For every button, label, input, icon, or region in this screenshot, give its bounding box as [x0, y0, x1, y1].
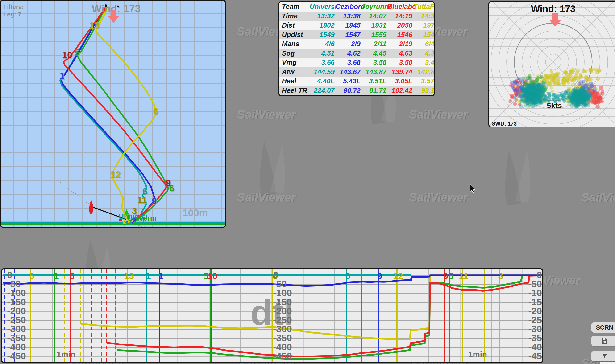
track-time-label: 9: [152, 196, 157, 206]
stat-value: 2/19: [387, 40, 413, 48]
stat-value: 1931: [361, 21, 387, 29]
stat-value: 14:07: [361, 12, 387, 20]
stat-value: 1945: [336, 21, 361, 29]
stat-value: 2050: [387, 21, 413, 29]
left-axis-tick: -450: [7, 351, 26, 361]
right-axis-tick: -45: [528, 351, 542, 361]
track-time-label: 6: [169, 183, 174, 193]
stat-value: 1973: [413, 21, 435, 29]
stat-value: 1555: [361, 31, 387, 39]
event-label: 5: [69, 271, 74, 281]
row-label: Heel: [279, 77, 310, 85]
boat-name-label: Univerın: [127, 214, 157, 222]
stat-value: 3.57L: [413, 77, 435, 85]
row-label: Heel TR: [279, 87, 310, 94]
finish-line: [1, 224, 226, 225]
minute-scale-label: 1min: [57, 350, 75, 359]
partial-button[interactable]: [600, 362, 615, 364]
speed-ring-label: 5kts: [547, 101, 562, 110]
team-name: TuttaFor: [413, 3, 435, 11]
stat-value: 2/9: [336, 40, 361, 48]
table-row: Updist15491547155515461540: [279, 30, 434, 39]
event-label: 6: [345, 271, 350, 281]
race-map-panel[interactable]: 13135510101166121299666611119933Universi…: [0, 0, 226, 228]
team-name: Universi: [310, 3, 336, 11]
event-label: 3: [498, 271, 503, 281]
stat-value: 4.39: [413, 50, 435, 57]
dtl-chart-canvas: dtl0-50-100-150-200-250-300-350-400-4500…: [2, 269, 543, 363]
stat-value: 6/42: [413, 40, 435, 48]
table-row: Heel TR224.0790.7281.71102.4293.17: [279, 86, 434, 95]
stat-value: 13:38: [336, 12, 361, 20]
event-label: 12: [393, 271, 403, 281]
event-label: 1: [158, 271, 163, 281]
event-label: 5: [29, 271, 34, 281]
event-label: 11: [459, 271, 468, 281]
stat-value: 3.58: [361, 59, 387, 66]
wind-polar-panel[interactable]: 5ktsWind: 173SWD: 173: [488, 1, 615, 128]
stat-value: 1549: [310, 31, 336, 39]
map-scale-label: 100m: [182, 207, 208, 218]
stat-value: 14:35: [413, 12, 435, 20]
stat-value: 4.45: [361, 50, 387, 57]
finish-line: [1, 222, 226, 224]
stat-value: 14:19: [387, 12, 413, 20]
row-label: Mans: [279, 40, 310, 48]
row-label: Dist: [279, 21, 310, 29]
row-label: Sog: [279, 50, 310, 57]
stat-value: 4.62: [336, 50, 361, 57]
track-time-label: 12: [110, 170, 121, 180]
stat-value: 90.72: [336, 87, 361, 94]
stat-value: 1540: [413, 31, 435, 39]
stat-value: 142.80: [413, 68, 435, 76]
stat-value: 3.51L: [361, 77, 387, 85]
stat-value: 4.51: [310, 50, 336, 57]
track-time-label: 11: [137, 195, 147, 205]
event-label: 1: [54, 271, 59, 281]
stat-value: 102.42: [387, 87, 413, 94]
track-time-label: 13: [89, 21, 99, 30]
filters-label: Filters:: [3, 3, 24, 10]
dtl-series-tuttafor: [81, 275, 543, 339]
row-label: Vmg: [279, 59, 310, 66]
stat-value: 4/6: [310, 40, 336, 48]
screenshot-button[interactable]: SCRN: [591, 322, 615, 333]
stat-value: 5.43L: [336, 77, 361, 85]
event-label: 1: [146, 271, 151, 281]
filter-button[interactable]: [591, 351, 615, 361]
stat-value: 13:32: [310, 12, 336, 20]
race-map-canvas[interactable]: 13135510101166121299666611119933Universi…: [1, 1, 226, 228]
leg-label: Leg: 7: [3, 11, 21, 18]
event-label: 13: [124, 271, 134, 281]
swd-label: SWD: 173: [492, 121, 517, 127]
finish-line: [1, 221, 226, 222]
minute-scale-label: 1min: [468, 350, 487, 359]
track-time-label: 1: [59, 71, 64, 81]
stat-value: 143.87: [361, 68, 387, 76]
laylines-dotted: [58, 181, 90, 205]
boat-track-cezibord: [61, 7, 154, 223]
table-row: Vmg3.663.683.583.503.42: [279, 58, 434, 67]
table-row: Dist19021945193120501973: [279, 21, 434, 30]
table-header-label: Team: [279, 3, 310, 11]
row-label: Time: [279, 12, 310, 20]
stat-value: 1547: [336, 31, 361, 39]
track-time-label: 10: [62, 50, 72, 60]
stat-value: 3.42: [413, 59, 435, 66]
stat-value: 144.59: [310, 68, 336, 76]
stat-value: 81.71: [361, 87, 387, 94]
table-row: Mans4/62/92/112/196/42: [279, 39, 434, 49]
save-icon: [601, 337, 609, 345]
committee-boat-icon[interactable]: [89, 200, 93, 214]
table-row: Time13:3213:3814:0714:1914:35: [279, 12, 434, 21]
map-wind-label: Wind: 173: [92, 3, 140, 14]
table-header-row: TeamUniversiCezibordJoyrunneBluelabeTutt…: [279, 2, 434, 12]
filter-icon: [601, 352, 608, 360]
save-button[interactable]: [591, 336, 615, 346]
stat-value: 224.07: [310, 87, 336, 94]
stat-value: 143.67: [336, 68, 361, 76]
mouse-cursor: [470, 184, 476, 194]
wind-polar-canvas: 5ktsWind: 173SWD: 173: [489, 2, 615, 128]
table-row: Sog4.514.624.454.634.39: [279, 49, 434, 58]
dtl-chart-panel[interactable]: dtl0-50-100-150-200-250-300-350-400-4500…: [1, 268, 543, 363]
